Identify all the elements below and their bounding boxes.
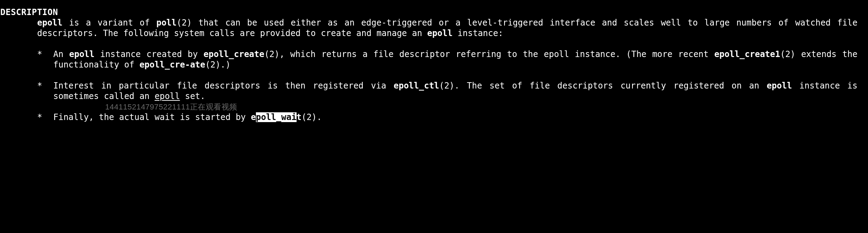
text-selection: poll_wai: [256, 112, 297, 122]
term-epoll: epoll: [37, 18, 62, 28]
ref-epoll-create-hyphen: epoll_cre‐ate: [140, 60, 205, 70]
ref-epoll-wait: epoll_wait: [251, 112, 302, 122]
intro-paragraph: epoll is a variant of poll(2) that can b…: [37, 17, 857, 38]
term-epoll: epoll: [69, 49, 94, 59]
bullet-item: An epoll instance created by epoll_creat…: [37, 49, 857, 70]
bullet-item: Finally, the actual wait is started by e…: [37, 112, 857, 122]
term-epoll: epoll: [767, 81, 792, 91]
ref-epoll-create1: epoll_create1: [714, 49, 780, 59]
manpage-viewport[interactable]: DESCRIPTION epoll is a variant of poll(2…: [0, 0, 868, 233]
ref-epoll-create: epoll_create: [204, 49, 264, 59]
section-header-description: DESCRIPTION: [0, 7, 868, 17]
term-epoll-underline: epoll: [155, 91, 180, 101]
bullet-item: Interest in particular file descriptors …: [37, 80, 857, 101]
ref-epoll-ctl: epoll_ctl: [394, 81, 439, 91]
ref-poll: poll: [156, 18, 177, 28]
term-epoll: epoll: [427, 28, 453, 38]
section-body: epoll is a variant of poll(2) that can b…: [0, 17, 868, 122]
